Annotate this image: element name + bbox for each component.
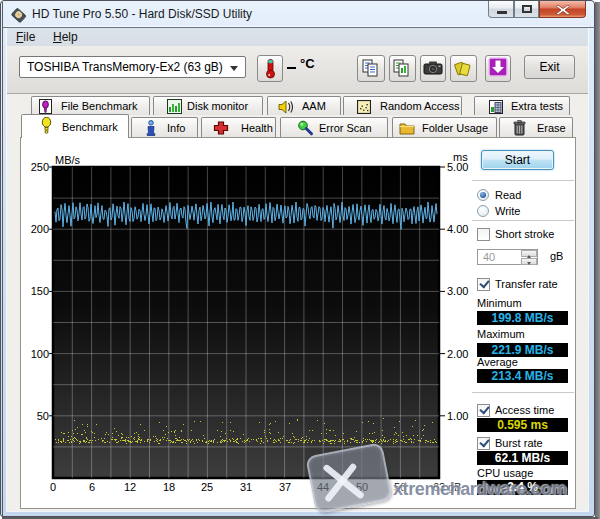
svg-text:200: 200 (31, 223, 49, 235)
svg-text:18: 18 (163, 481, 175, 493)
svg-text:4.00: 4.00 (447, 223, 468, 235)
svg-text:MB/s: MB/s (55, 154, 81, 166)
svg-text:31: 31 (240, 481, 252, 493)
svg-text:6: 6 (89, 481, 95, 493)
svg-text:150: 150 (31, 285, 49, 297)
svg-text:3.00: 3.00 (447, 285, 468, 297)
svg-text:50: 50 (37, 410, 49, 422)
svg-text:0: 0 (50, 481, 56, 493)
svg-text:25: 25 (201, 481, 213, 493)
svg-text:100: 100 (31, 348, 49, 360)
svg-text:2.00: 2.00 (447, 348, 468, 360)
svg-text:37: 37 (279, 481, 291, 493)
svg-text:1.00: 1.00 (447, 410, 468, 422)
svg-text:5.00: 5.00 (447, 161, 468, 173)
svg-text:250: 250 (31, 161, 49, 173)
svg-text:12: 12 (124, 481, 136, 493)
